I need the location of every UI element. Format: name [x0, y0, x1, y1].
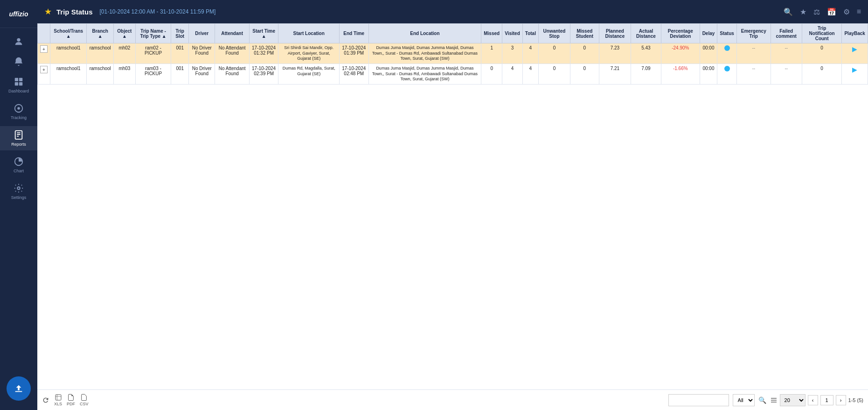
- playback-button[interactable]: ▶: [852, 66, 857, 73]
- cell-value: Dumas Juma Masjid, Dumas Jumma Masjid, D…: [372, 66, 478, 81]
- cell-value: 4: [529, 45, 532, 50]
- col-missed: Missed: [481, 24, 502, 43]
- pdf-icon: [67, 394, 75, 401]
- page-title: Trip Status: [56, 8, 93, 16]
- cell-value: ramschool1: [56, 66, 81, 71]
- cell-value: ramschool: [90, 45, 111, 50]
- sidebar-item-dashboard[interactable]: Dashboard: [0, 73, 37, 97]
- sidebar-item-tracking[interactable]: Tracking: [0, 99, 37, 124]
- status-dot: [724, 45, 730, 51]
- svg-rect-2: [19, 78, 22, 81]
- cell-value: ram02 - PICKUP: [145, 45, 162, 56]
- gear-header-icon[interactable]: ⚙: [843, 7, 850, 16]
- reports-icon: [14, 130, 24, 140]
- chart-label: Chart: [14, 169, 24, 173]
- cell-value: 001: [176, 66, 184, 71]
- trip-status-table: School/Trans ▲ Branch ▲ Object ▲ Trip Na…: [37, 23, 868, 85]
- expand-button[interactable]: +: [40, 66, 48, 73]
- cell-value: ramschool: [90, 66, 111, 71]
- col-visited: Visited: [502, 24, 523, 43]
- csv-button[interactable]: CSV: [80, 394, 89, 406]
- col-object[interactable]: Object ▲: [113, 24, 135, 43]
- pdf-label: PDF: [67, 402, 75, 406]
- cell-value: 7.09: [641, 66, 650, 71]
- refresh-icon: [42, 396, 49, 404]
- col-attendant: Attendant: [215, 24, 249, 43]
- expand-button[interactable]: +: [40, 45, 48, 53]
- page-header: ★ Trip Status [01-10-2024 12:00 AM - 31-…: [37, 0, 868, 23]
- col-end-time: End Time: [339, 24, 368, 43]
- favorite-star-icon[interactable]: ★: [44, 7, 52, 17]
- refresh-button[interactable]: [42, 396, 49, 404]
- xls-icon: [55, 394, 62, 401]
- cell-value: 7.21: [611, 66, 619, 71]
- header-actions: 🔍 ★ ⚖ 📅 ⚙ ≡: [784, 7, 861, 16]
- logo-text: uffizio: [9, 10, 28, 18]
- chart-icon: [14, 156, 24, 167]
- footer-right: All 🔍 20 50 100 ‹ 1 › 1-5 (5): [668, 394, 863, 406]
- playback-button[interactable]: ▶: [852, 45, 857, 53]
- col-expand: [38, 24, 50, 43]
- cell-value: 17-10-2024 02:48 PM: [342, 66, 366, 76]
- cell-value: ram03 - PICKUP: [145, 66, 162, 76]
- pagination: 20 50 100 ‹ 1 › 1-5 (5): [770, 394, 863, 406]
- main-content: ★ Trip Status [01-10-2024 12:00 AM - 31-…: [37, 0, 868, 410]
- xls-button[interactable]: XLS: [54, 394, 62, 406]
- col-emergency-trip: Emergency Trip: [736, 24, 771, 43]
- cell-value: 0: [820, 66, 823, 71]
- sidebar-item-notifications[interactable]: [0, 53, 37, 71]
- col-failed-comment: Failed comment: [771, 24, 802, 43]
- col-trip-name[interactable]: Trip Name - Trip Type ▲: [135, 24, 171, 43]
- col-status: Status: [717, 24, 737, 43]
- footer-search-icon[interactable]: 🔍: [758, 396, 766, 404]
- col-branch[interactable]: Branch ▲: [87, 24, 114, 43]
- sidebar-item-chart[interactable]: Chart: [0, 153, 37, 177]
- cell-value: 4: [529, 66, 532, 71]
- svg-rect-4: [19, 82, 22, 85]
- header-date-range: [01-10-2024 12:00 AM - 31-10-2024 11:59 …: [100, 8, 216, 15]
- pdf-button[interactable]: PDF: [67, 394, 75, 406]
- user-icon: [14, 36, 24, 47]
- col-playback: PlayBack: [842, 24, 868, 43]
- cell-value: 17-10-2024 01:39 PM: [342, 45, 366, 56]
- filter-header-icon[interactable]: ⚖: [813, 7, 820, 16]
- sidebar-item-user[interactable]: [0, 33, 37, 50]
- csv-label: CSV: [80, 402, 89, 406]
- cell-value: 001: [176, 45, 184, 50]
- csv-icon: [80, 394, 88, 401]
- col-actual-distance: Actual Distance: [631, 24, 661, 43]
- search-header-icon[interactable]: 🔍: [784, 7, 793, 16]
- prev-page-button[interactable]: ‹: [808, 395, 818, 405]
- cell-value: Dumas Rd, Magdalla, Surat, Gujarat (SE): [283, 66, 335, 76]
- col-missed-student: Missed Student: [570, 24, 599, 43]
- cell-value: 17-10-2024 02:39 PM: [252, 66, 276, 76]
- menu-header-icon[interactable]: ≡: [857, 7, 861, 16]
- col-driver: Driver: [189, 24, 215, 43]
- col-total: Total: [522, 24, 538, 43]
- cell-value: 17-10-2024 01:32 PM: [252, 45, 276, 56]
- calendar-header-icon[interactable]: 📅: [827, 7, 836, 16]
- next-page-button[interactable]: ›: [836, 395, 846, 405]
- rows-per-page-select[interactable]: 20 50 100: [780, 394, 806, 406]
- svg-rect-19: [771, 402, 777, 402]
- svg-rect-17: [771, 398, 777, 398]
- upload-button[interactable]: [7, 376, 31, 401]
- sidebar-item-settings[interactable]: Settings: [0, 179, 37, 204]
- star-header-icon[interactable]: ★: [800, 7, 806, 16]
- tracking-icon: [14, 103, 24, 113]
- col-end-location: End Location: [368, 24, 481, 43]
- cell-value: mh03: [118, 66, 130, 71]
- reports-label: Reports: [11, 142, 26, 147]
- bell-icon: [14, 57, 24, 67]
- cell-value: No Attendant Found: [219, 66, 246, 76]
- sidebar-item-reports[interactable]: Reports: [0, 126, 37, 150]
- cell-value: -24.90%: [672, 45, 689, 50]
- col-trip-slot: Trip Slot: [171, 24, 189, 43]
- svg-rect-14: [56, 395, 61, 400]
- footer-search-input[interactable]: [668, 394, 729, 406]
- col-start-time[interactable]: Start Time ▲: [249, 24, 278, 43]
- col-school[interactable]: School/Trans ▲: [50, 24, 87, 43]
- sidebar-bottom: [0, 376, 37, 410]
- filter-select[interactable]: All: [733, 394, 755, 406]
- col-pct-deviation: Percentage Deviation: [661, 24, 700, 43]
